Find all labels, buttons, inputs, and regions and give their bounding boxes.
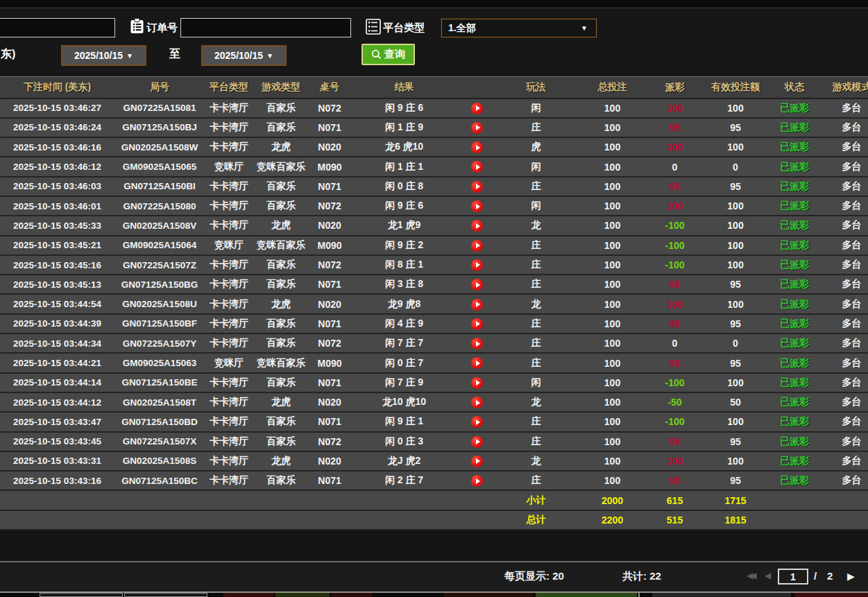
grand-total-label: 总计 [496,510,576,530]
prev-page-icon[interactable]: ◀ [765,571,771,580]
replay-video-button[interactable] [471,377,483,389]
date-from-select[interactable]: 2025/10/15 ▼ [61,45,146,66]
bet-time-value: 2025-10-15 03:44:34 [13,338,101,349]
table-no-cell: N071 [309,373,350,392]
replay-video-button[interactable] [471,338,483,349]
replay-video-button[interactable] [471,240,483,252]
play-type-value: 龙 [531,219,541,230]
table-no-value: N071 [318,416,341,427]
replay-video-button[interactable] [471,122,483,134]
replay-cell [458,255,496,275]
replay-video-button[interactable] [471,318,483,330]
replay-video-button[interactable] [471,181,483,193]
replay-video-button[interactable] [471,475,483,487]
replay-video-button[interactable] [471,397,483,408]
play-type-value: 庄 [531,474,541,485]
platform-value: 卡卡湾厅 [210,200,248,211]
table-no-value: N072 [318,259,341,270]
table-row: 2025-10-15 03:44:39GN07125A150BF卡卡湾厅百家乐N… [0,314,868,334]
table-row: 2025-10-15 03:46:24GN07125A150BJ卡卡湾厅百家乐N… [0,118,868,137]
table-row: 2025-10-15 03:45:13GN07125A150BG卡卡湾厅百家乐N… [0,275,868,294]
total-bet-cell: 100 [576,471,649,490]
game-mode-value: 多台 [842,121,862,132]
valid-bet-value: 0 [733,162,738,173]
total-bet-cell: 100 [576,432,649,451]
platform-value: 卡卡湾厅 [210,415,248,426]
bet-time-cell: 2025-10-15 03:44:14 [0,373,114,392]
game-type-value: 百家乐 [266,435,296,447]
payout-value: 95 [670,122,681,133]
game-mode-cell: 多台 [819,196,868,216]
order-no-input[interactable] [180,18,351,37]
query-button[interactable]: 查询 [361,44,415,65]
status-badge: 已派彩 [780,239,809,250]
play-type-cell: 闲 [496,373,576,392]
replay-video-button[interactable] [471,436,483,448]
date-to-select[interactable]: 2025/10/15 ▼ [201,45,287,66]
replay-video-button[interactable] [471,456,483,467]
replay-video-button[interactable] [471,416,483,428]
date-to-label: 至 [169,47,180,62]
platform-value: 卡卡湾厅 [210,396,248,407]
table-no-value: N072 [318,436,341,447]
total-bet-value: 100 [604,456,620,467]
total-bet-value: 100 [604,200,620,211]
replay-video-button[interactable] [471,299,483,311]
table-no-cell: N072 [309,98,350,118]
game-type-value: 百家乐 [266,121,296,132]
bet-time-cell: 2025-10-15 03:44:34 [0,334,114,353]
play-type-value: 庄 [531,180,541,191]
platform-value: 卡卡湾厅 [210,141,248,152]
replay-cell [458,275,496,294]
replay-video-button[interactable] [471,357,483,369]
payout-value: 95 [670,358,681,369]
valid-bet-cell: 100 [701,451,770,471]
total-bet-value: 100 [604,103,620,114]
replay-video-button[interactable] [471,161,483,173]
total-bet-value: 100 [604,122,620,133]
status-cell: 已派彩 [770,412,819,431]
bet-time-value: 2025-10-15 03:46:16 [13,142,101,153]
valid-bet-value: 100 [727,416,743,427]
replay-video-button[interactable] [471,279,483,291]
first-page-icon[interactable]: ◀◀ [747,571,754,580]
status-badge: 已派彩 [780,121,809,132]
game-mode-value: 多台 [842,239,862,250]
platform-value: 卡卡湾厅 [210,455,248,466]
status-cell: 已派彩 [770,353,819,372]
total-bet-value: 100 [604,358,620,369]
result-cell: 龙10 虎10 [350,392,458,412]
platform-cell: 竞咪厅 [205,236,253,255]
replay-video-button[interactable] [471,200,483,212]
next-page-icon[interactable]: ▶ [847,571,855,582]
status-cell: 已派彩 [770,137,819,157]
replay-video-button[interactable] [471,220,483,232]
date-to-value: 2025/10/15 [214,50,263,61]
filter-panel: 订单号 平台类型 1.全部 ▼ 东) 2025/10/15 ▼ 至 [0,9,868,76]
platform-type-select[interactable]: 1.全部 ▼ [441,19,597,37]
payout-cell: 100 [649,196,701,216]
replay-video-button[interactable] [471,259,483,271]
per-page-text: 每页显示: 20 [504,570,564,583]
valid-bet-value: 100 [727,299,743,310]
replay-video-button[interactable] [471,103,483,114]
valid-bet-cell: 95 [701,471,770,490]
table-no-value: N020 [318,220,341,231]
search-icon [371,49,382,60]
game-mode-cell: 多台 [819,432,868,451]
table-row: 2025-10-15 03:46:12GM09025A15065竞咪厅竞咪百家乐… [0,157,868,176]
game-type-cell: 百家乐 [253,314,309,334]
platform-type-icon [366,19,381,35]
valid-bet-value: 95 [730,279,741,290]
col-game-mode: 游戏模式 [819,77,868,98]
result-value: 闲 9 庄 2 [385,239,423,250]
replay-cell [458,177,496,196]
game-mode-cell: 多台 [819,98,868,118]
status-badge: 已派彩 [780,318,809,329]
total-bet-value: 100 [604,436,620,447]
table-no-cell: N072 [309,196,350,216]
current-page-input[interactable]: 1 [778,569,808,585]
replay-video-button[interactable] [471,141,483,153]
user-search-input[interactable] [0,18,115,37]
game-type-cell: 龙虎 [253,137,309,157]
